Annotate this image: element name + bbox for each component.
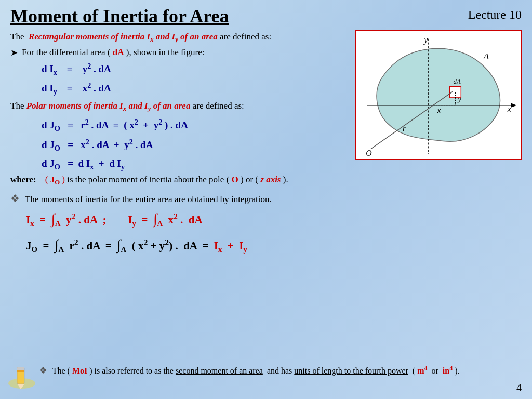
svg-rect-19 bbox=[17, 370, 24, 372]
right-column: A x y dA r y bbox=[355, 30, 522, 189]
svg-text:y: y bbox=[457, 96, 461, 103]
polar-highlight: Polar moments of inertia Ix and Iy of an… bbox=[26, 101, 191, 111]
svg-rect-18 bbox=[17, 367, 24, 370]
m4-unit: m4 bbox=[417, 366, 427, 375]
formula-djo-3: d JO = d Ix + d Iy bbox=[42, 156, 348, 173]
intro-text-1: The Rectangular moments of inertia Ix an… bbox=[10, 30, 348, 45]
svg-text:x: x bbox=[437, 107, 441, 114]
formula-diy: d Iy = x2 . dA bbox=[42, 79, 348, 98]
integration-formula-1: Ix = ∫A y2 . dA ; Iy = ∫A x2 . dA bbox=[26, 207, 522, 231]
moi-label: MoI bbox=[72, 366, 89, 375]
diamond-icon: ❖ bbox=[10, 193, 20, 204]
slide-header: Moment of Inertia for Area Lecture 10 bbox=[10, 5, 522, 27]
formula-dix: d Ix = y2 . dA bbox=[42, 60, 348, 78]
svg-text:O: O bbox=[366, 149, 371, 157]
svg-text:dA: dA bbox=[454, 78, 461, 85]
formula-djo-1: d JO = r2 . dA = ( x2 + y2 ) . dA bbox=[42, 116, 348, 135]
page-number: 4 bbox=[516, 382, 522, 394]
where-line: where: ( JO ) is the polar moment of ine… bbox=[10, 175, 348, 187]
left-column: The Rectangular moments of inertia Ix an… bbox=[10, 30, 348, 189]
svg-text:r: r bbox=[403, 124, 406, 132]
jo-label: JO bbox=[50, 175, 60, 184]
where-desc: is the polar moment of inertia about the… bbox=[67, 175, 231, 184]
bullet-text-2: The moments of inertia for the entire ar… bbox=[25, 194, 272, 204]
where-or: ) or ( bbox=[241, 175, 260, 184]
integration-formula-2: JO = ∫A r2 . dA = ∫A ( x2 + y2) . dA = I… bbox=[26, 233, 522, 257]
pencil-icon bbox=[8, 365, 36, 390]
second-moment-link[interactable]: second moment of an area bbox=[176, 366, 263, 375]
bottom-note: ❖ The ( MoI ) is also referred to as the… bbox=[8, 365, 524, 390]
arrow-symbol: ➤ bbox=[10, 47, 18, 58]
diamond-icon-2: ❖ bbox=[39, 365, 47, 376]
intro-text-2: The Polar moments of inertia Ix and Iy o… bbox=[10, 99, 348, 114]
svg-text:y: y bbox=[423, 35, 428, 45]
in4-unit: in4 bbox=[443, 366, 453, 375]
diagram-svg: A x y dA r y bbox=[356, 31, 521, 159]
bullet-text-1: For the differential area ( dA ), shown … bbox=[22, 47, 204, 58]
slide-title: Moment of Inertia for Area bbox=[10, 5, 229, 27]
units-link[interactable]: units of length to the fourth power bbox=[294, 366, 408, 375]
o-label: O bbox=[232, 175, 238, 184]
svg-text:A: A bbox=[483, 51, 489, 61]
rectangular-highlight: Rectangular moments of inertia Ix and Iy… bbox=[29, 32, 218, 42]
diagram-box: A x y dA r y bbox=[355, 30, 522, 160]
lecture-number: Lecture 10 bbox=[468, 8, 522, 22]
where-end: ). bbox=[283, 175, 288, 184]
bottom-text: ❖ The ( MoI ) is also referred to as the… bbox=[39, 365, 460, 376]
content-area: The Rectangular moments of inertia Ix an… bbox=[10, 30, 522, 189]
formula-djo-2: d JO = x2 . dA + y2 . dA bbox=[42, 136, 348, 154]
where-label: where: bbox=[10, 175, 36, 184]
z-axis-label: z axis bbox=[260, 175, 281, 184]
bullet-section-2: ❖ The moments of inertia for the entire … bbox=[10, 192, 522, 205]
bullet-item-1: ➤ For the differential area ( dA ), show… bbox=[10, 47, 348, 58]
svg-text:x: x bbox=[507, 104, 511, 113]
